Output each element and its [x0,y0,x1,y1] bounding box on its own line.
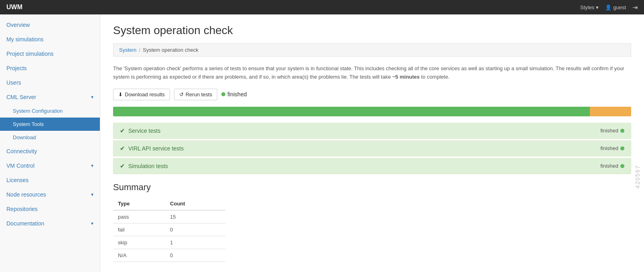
chevron-down-icon: ▾ [91,192,93,197]
sidebar-item-label: Project simulations [6,51,54,57]
description-part1: The 'System operation check' performs a … [113,65,624,80]
test-name: VIRL API service tests [128,145,184,152]
breadcrumb-separator: / [139,47,140,53]
sidebar-item-connectivity[interactable]: Connectivity [0,144,100,158]
sidebar-item-projects[interactable]: Projects [0,61,100,75]
chevron-down-icon: ▾ [91,221,93,226]
sidebar-item-repositories[interactable]: Repositories [0,202,100,216]
sidebar-item-label: System Tools [13,121,44,127]
watermark-text: 420567 [631,162,644,192]
summary-cell-type: skip [113,236,165,249]
summary-row-pass: pass 15 [113,210,225,223]
sidebar-item-cml-server[interactable]: CML Server ▾ [0,90,100,104]
sidebar-item-label: Connectivity [6,148,37,154]
test-row-right: finished [600,145,624,151]
summary-col-count: Count [165,197,225,210]
test-status: finished [600,163,618,169]
sidebar-item-label: Documentation [6,220,44,227]
rerun-tests-button[interactable]: ↺ Rerun tests [174,89,217,100]
status-dot [620,164,624,168]
sidebar-item-users[interactable]: Users [0,75,100,90]
download-icon: ⬇ [118,91,123,97]
username-label: guest [613,4,626,10]
summary-table: Type Count pass 15 fail 0 skip 1 N [113,197,225,262]
status-dot [221,92,225,96]
description-bold: ~5 minutes [392,74,419,80]
sidebar-item-label: VM Control [6,162,34,169]
sidebar: Overview My simulations Project simulati… [0,14,100,272]
test-row-left: ✔ Simulation tests [120,162,168,170]
progress-fill-orange [590,107,631,116]
summary-row-skip: skip 1 [113,236,225,249]
summary-row-na: N/A 0 [113,249,225,262]
main-layout: Overview My simulations Project simulati… [0,14,644,272]
test-row-left: ✔ Service tests [120,127,160,134]
summary-cell-count: 0 [165,249,225,262]
sidebar-item-label: Licenses [6,177,28,183]
sidebar-item-label: Overview [6,22,30,28]
sidebar-item-licenses[interactable]: Licenses [0,173,100,187]
sidebar-item-label: My simulations [6,36,44,43]
sidebar-item-label: Repositories [6,206,38,212]
user-info: 👤 guest [605,4,626,10]
chevron-down-icon: ▾ [91,163,93,168]
progress-fill-green [113,107,590,116]
chevron-down-icon: ▾ [596,4,599,10]
summary-row-fail: fail 0 [113,223,225,236]
test-status: finished [600,128,618,134]
sidebar-item-node-resources[interactable]: Node resources ▾ [0,187,100,202]
status-label: finished [227,91,247,97]
summary-title: Summary [113,182,631,193]
styles-label: Styles [580,4,594,10]
sidebar-item-overview[interactable]: Overview [0,18,100,32]
sidebar-item-label: Node resources [6,191,46,198]
sidebar-item-my-simulations[interactable]: My simulations [0,32,100,47]
check-icon: ✔ [120,145,125,152]
summary-col-type: Type [113,197,165,210]
rerun-tests-label: Rerun tests [186,91,212,97]
status-dot [620,146,624,150]
brand-logo: UWM [6,4,22,11]
summary-cell-type: N/A [113,249,165,262]
navbar: UWM Styles ▾ 👤 guest ⇥ [0,0,644,14]
sidebar-item-documentation[interactable]: Documentation ▾ [0,216,100,231]
test-row-left: ✔ VIRL API service tests [120,145,184,152]
download-results-label: Download results [125,91,165,97]
sidebar-item-system-configuration[interactable]: System Configuration [0,104,100,118]
sidebar-item-vm-control[interactable]: VM Control ▾ [0,158,100,173]
page-title: System operation check [113,24,631,37]
description-part2: to complete. [420,74,450,80]
test-results-section: ✔ Service tests finished ✔ VIRL API serv… [113,123,631,174]
summary-cell-type: pass [113,210,165,223]
summary-cell-count: 15 [165,210,225,223]
breadcrumb-link-system[interactable]: System [119,47,136,53]
content-area: System operation check System / System o… [100,14,644,272]
chevron-down-icon: ▾ [91,94,93,100]
sidebar-item-system-tools[interactable]: System Tools [0,118,100,131]
progress-bar [113,107,631,116]
test-name: Service tests [128,128,160,134]
check-icon: ✔ [120,127,125,134]
sidebar-item-label: Download [13,134,36,140]
logout-button[interactable]: ⇥ [632,4,638,11]
test-row-service-tests: ✔ Service tests finished [113,123,631,139]
sidebar-item-label: CML Server [6,94,36,100]
description-text: The 'System operation check' performs a … [113,65,631,81]
check-icon: ✔ [120,162,125,170]
breadcrumb: System / System operation check [113,43,631,57]
status-dot [620,129,624,133]
sidebar-item-project-simulations[interactable]: Project simulations [0,47,100,61]
sidebar-item-download[interactable]: Download [0,131,100,144]
test-status: finished [600,145,618,151]
download-results-button[interactable]: ⬇ Download results [113,89,170,100]
breadcrumb-current: System operation check [143,47,198,53]
user-icon: 👤 [605,4,612,10]
styles-button[interactable]: Styles ▾ [580,4,599,10]
summary-cell-count: 0 [165,223,225,236]
test-row-right: finished [600,163,624,169]
action-row: ⬇ Download results ↺ Rerun tests finishe… [113,89,631,100]
navbar-right: Styles ▾ 👤 guest ⇥ [580,4,638,11]
test-row-right: finished [600,128,624,134]
summary-cell-count: 1 [165,236,225,249]
sidebar-item-label: System Configuration [13,108,63,114]
